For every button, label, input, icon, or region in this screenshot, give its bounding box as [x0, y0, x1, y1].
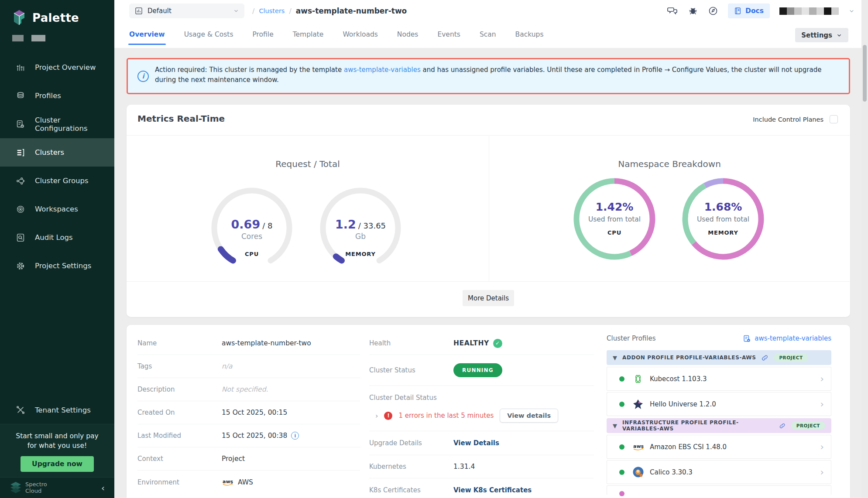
compass-tour-icon[interactable]	[708, 6, 718, 16]
kubecost-logo-icon	[632, 373, 644, 385]
brand-name: Palette	[32, 11, 79, 24]
user-menu-chevron-icon[interactable]	[848, 8, 855, 14]
profile-pack-row-calico[interactable]: Calico 3.30.3 ›	[607, 460, 831, 484]
alert-template-link[interactable]: aws-template-variables	[344, 66, 421, 74]
sidebar-collapse-chevron-icon[interactable]: ‹	[101, 483, 105, 493]
tab-events[interactable]: Events	[437, 22, 460, 47]
profile-pack-row-kubecost[interactable]: Kubecost 1.103.3 ›	[607, 367, 831, 391]
infrastructure-profile-group-header[interactable]: ▼ INFRASTRUCTURE PROFILE PROFILE-VARIABL…	[607, 418, 831, 433]
view-k8s-certificates-link[interactable]: View K8s Certificates	[453, 486, 532, 494]
template-profile-link[interactable]: aws-template-variables	[743, 334, 831, 343]
project-chart-icon	[134, 7, 143, 15]
redacted-user-name[interactable]	[779, 7, 839, 15]
tab-nodes[interactable]: Nodes	[397, 22, 419, 47]
kubernetes-version: 1.31.4	[453, 463, 475, 471]
detail-value: Not specified.	[222, 385, 268, 393]
include-control-planes-checkbox[interactable]	[830, 115, 838, 123]
audit-search-icon	[16, 233, 25, 242]
more-details-button[interactable]: More Details	[463, 290, 514, 306]
breadcrumb-link-clusters[interactable]: Clusters	[259, 7, 285, 14]
detail-row-created-on: Created On 15 Oct 2025, 00:15	[137, 401, 360, 424]
divider	[489, 136, 489, 281]
detail-row-environment: Environment aws AWS	[137, 471, 360, 494]
namespace-memory-caption: Used from total	[679, 215, 767, 223]
sidebar-item-clusters[interactable]: Clusters	[0, 138, 114, 167]
template-document-icon	[743, 334, 751, 343]
sidebar-item-audit-logs[interactable]: Audit Logs	[0, 223, 114, 252]
chevron-down-icon: ▼	[613, 355, 617, 361]
pack-name: Kubecost 1.103.3	[650, 375, 707, 383]
redaction-block	[31, 35, 45, 41]
profile-pack-row-amazon-ebs-csi[interactable]: aws Amazon EBS CSI 1.48.0 ›	[607, 435, 831, 459]
detail-label: Created On	[137, 409, 222, 416]
sidebar-item-cluster-groups[interactable]: Cluster Groups	[0, 167, 114, 195]
error-message: 1 errors in the last 5 minutes	[398, 412, 494, 420]
tools-icon	[16, 405, 25, 415]
cluster-detail-status-row: Cluster Detail Status › ! 1 errors in th…	[369, 386, 594, 431]
settings-button[interactable]: Settings	[795, 28, 848, 42]
sidebar-item-label: Clusters	[35, 148, 64, 157]
settings-label: Settings	[801, 31, 832, 39]
memory-gauge-label: MEMORY	[317, 251, 404, 257]
tab-profile[interactable]: Profile	[252, 22, 273, 47]
docs-button[interactable]: Docs	[728, 3, 770, 18]
tab-overview[interactable]: Overview	[129, 22, 165, 47]
memory-request-value: 1.2	[335, 218, 356, 231]
memory-total-value: / 33.65	[358, 221, 386, 230]
namespace-cpu-label: CPU	[571, 229, 658, 236]
project-selector-value: Default	[148, 7, 229, 15]
redacted-project-label	[0, 27, 114, 41]
sidebar-item-label: Profiles	[35, 92, 61, 100]
sidebar-item-cluster-configurations[interactable]: Cluster Configurations	[0, 110, 114, 138]
chat-feedback-icon[interactable]	[667, 6, 678, 16]
expand-chevron-icon[interactable]: ›	[375, 412, 378, 420]
cluster-status-column: Health HEALTHY ✓ Cluster Status RUNNING …	[369, 332, 594, 498]
sidebar-item-label: Project Settings	[35, 262, 91, 270]
sidebar-footer: Spectro Cloud ‹	[0, 477, 114, 498]
palette-logo-icon	[11, 9, 27, 27]
hello-universe-logo-icon	[632, 399, 644, 410]
detail-label: Name	[137, 339, 222, 347]
sidebar-item-workspaces[interactable]: Workspaces	[0, 195, 114, 223]
sidebar-item-tenant-settings[interactable]: Tenant Settings	[0, 396, 114, 424]
detail-label: Cluster Detail Status	[369, 394, 437, 402]
tab-workloads[interactable]: Workloads	[343, 22, 377, 47]
sidebar: Palette Project Overview Profiles Cluste…	[0, 0, 114, 498]
upgrade-now-button[interactable]: Upgrade now	[21, 456, 94, 472]
aws-logo-icon: aws	[632, 443, 645, 451]
detail-value: 15 Oct 2025, 00:38	[222, 432, 287, 440]
detail-label: Health	[369, 339, 453, 347]
view-details-button[interactable]: View details	[500, 409, 558, 423]
scrollbar-thumb[interactable]	[863, 45, 867, 102]
detail-row-description: Description Not specified.	[137, 378, 360, 401]
cluster-profiles-title: Cluster Profiles	[607, 334, 655, 342]
tab-scan[interactable]: Scan	[480, 22, 496, 47]
project-selector-dropdown[interactable]: Default	[129, 3, 244, 18]
info-icon[interactable]: i	[291, 432, 299, 440]
info-icon: i	[137, 71, 149, 82]
addon-profile-group-header[interactable]: ▼ ADDON PROFILE PROFILE-VARIABLES-AWS PR…	[607, 350, 831, 365]
detail-value: AWS	[238, 478, 253, 486]
tab-usage-costs[interactable]: Usage & Costs	[184, 22, 233, 47]
spectro-cloud-logo-icon	[10, 482, 21, 494]
book-icon	[734, 7, 742, 15]
sidebar-item-profiles[interactable]: Profiles	[0, 82, 114, 110]
bar-chart-icon	[16, 63, 25, 72]
sidebar-item-project-overview[interactable]: Project Overview	[0, 53, 114, 82]
aws-logo-icon: aws	[222, 478, 234, 486]
upgrade-promo: Start small and only pay for what you us…	[0, 424, 114, 477]
cpu-request-value: 0.69	[231, 218, 261, 231]
metrics-realtime-card: Metrics Real-Time Include Control Planes…	[127, 105, 850, 317]
profile-pack-row-hello-universe[interactable]: Hello Universe 1.2.0 ›	[607, 392, 831, 416]
upgrade-view-details-link[interactable]: View Details	[453, 439, 499, 447]
tab-template[interactable]: Template	[293, 22, 324, 47]
bug-report-icon[interactable]	[688, 6, 698, 16]
namespace-memory-label: MEMORY	[679, 229, 767, 236]
cpu-total-value: / 8	[262, 221, 272, 230]
profile-pack-row-partial[interactable]	[607, 485, 831, 495]
namespace-cpu-caption: Used from total	[571, 215, 658, 223]
sidebar-item-project-settings[interactable]: Project Settings	[0, 252, 114, 280]
tab-backups[interactable]: Backups	[515, 22, 544, 47]
health-status-text: HEALTHY	[453, 339, 489, 347]
vertical-scrollbar[interactable]	[861, 0, 868, 498]
